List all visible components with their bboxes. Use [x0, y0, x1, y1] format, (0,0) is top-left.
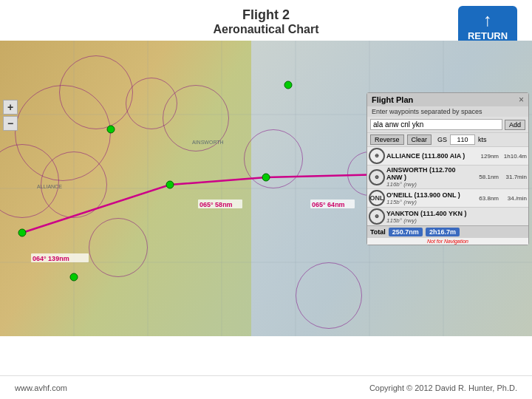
svg-point-9: [18, 229, 26, 236]
waypoint-input-row: Add: [367, 117, 528, 132]
flight-plan-title: Flight Plan: [372, 95, 413, 104]
svg-point-16: [70, 273, 78, 281]
footer: www.avhf.com Copyright © 2012 David R. H…: [0, 375, 532, 399]
copyright-text: Copyright © 2012 David R. Hunter, Ph.D.: [369, 383, 517, 392]
waypoint-row-ykn: ⊕ YANKTON (111.400 YKN ) 115b° (rwy): [367, 207, 528, 225]
svg-text:064° 139nm: 064° 139nm: [33, 255, 69, 262]
return-button[interactable]: ↑ RETURN: [458, 6, 517, 46]
flight-plan-subtitle: Enter waypoints separated by spaces: [367, 106, 528, 117]
gs-label: GS: [437, 136, 447, 143]
svg-text:ALLIANCE: ALLIANCE: [37, 184, 62, 189]
onl-time: 34./min: [499, 195, 527, 202]
onl-dist: 63.8nm: [471, 195, 499, 202]
svg-point-13: [107, 126, 115, 133]
aia-icon: ⊕: [369, 148, 385, 164]
close-button[interactable]: ×: [519, 95, 524, 104]
svg-point-11: [262, 174, 270, 181]
ykn-info: YANKTON (111.400 YKN ) 115b° (rwy): [386, 210, 471, 224]
kts-label: kts: [478, 136, 487, 143]
not-nav-notice: Not for Navigation: [367, 238, 528, 245]
total-distance: 250.7nm: [389, 228, 423, 236]
gs-input[interactable]: [450, 134, 475, 145]
flight-plan-header: Flight Plan ×: [367, 93, 528, 106]
svg-text:065° 58nm: 065° 58nm: [200, 201, 233, 208]
anw-freq: 116b° (rwy): [386, 181, 471, 188]
waypoint-input[interactable]: [370, 119, 502, 130]
onl-icon: ONL: [369, 190, 385, 206]
chart-name: Aeronautical Chart: [213, 23, 318, 36]
ykn-name: YANKTON (111.400 YKN ): [386, 210, 471, 217]
map-container: 064° 139nm 065° 58nm 065° 64nm AINSWORTH…: [0, 41, 532, 336]
anw-info: AINSWORTH (112.700 ANW ) 116b° (rwy): [386, 166, 471, 188]
add-button[interactable]: Add: [505, 120, 525, 130]
total-label: Total: [370, 228, 386, 236]
return-arrow-icon: ↑: [483, 11, 492, 29]
ykn-icon: ⊕: [369, 208, 385, 225]
return-label: RETURN: [468, 30, 508, 41]
aia-dist: 129nm: [471, 153, 499, 160]
onl-info: O'NEILL (113.900 ONL ) 115b° (rwy): [386, 191, 471, 205]
aia-time: 1h10.4m: [499, 153, 527, 160]
zoom-button-group: + −: [3, 100, 18, 131]
anw-time: 31.7min: [499, 174, 527, 180]
flight-number: Flight 2: [213, 7, 318, 23]
zoom-out-button[interactable]: −: [3, 116, 18, 131]
flight-plan-panel: Flight Plan × Enter waypoints separated …: [366, 92, 529, 245]
ykn-freq: 115b° (rwy): [386, 217, 471, 224]
header: Flight 2 Aeronautical Chart ↑ RETURN: [0, 0, 532, 41]
aia-info: ALLIANCE (111.800 AIA ): [386, 152, 471, 160]
waypoint-row-aia: ⊕ ALLIANCE (111.800 AIA ) 129nm 1h10.4m: [367, 146, 528, 165]
controls-row: Reverse Clear GS kts: [367, 132, 528, 146]
anw-icon: ⊕: [369, 169, 385, 185]
zoom-in-button[interactable]: +: [3, 100, 18, 115]
waypoint-row-onl: ONL O'NEILL (113.900 ONL ) 115b° (rwy) 6…: [367, 188, 528, 207]
title-block: Flight 2 Aeronautical Chart: [213, 7, 318, 36]
anw-dist: 58.1nm: [471, 174, 499, 180]
aia-name: ALLIANCE (111.800 AIA ): [386, 152, 471, 160]
waypoint-row-anw: ⊕ AINSWORTH (112.700 ANW ) 116b° (rwy) 5…: [367, 165, 528, 188]
total-time: 2h16.7m: [426, 228, 460, 236]
svg-text:AINSWORTH: AINSWORTH: [192, 140, 224, 145]
total-row: Total 250.7nm 2h16.7m: [367, 225, 528, 238]
clear-button[interactable]: Clear: [407, 134, 432, 145]
svg-text:065° 64nm: 065° 64nm: [312, 201, 345, 208]
onl-name: O'NEILL (113.900 ONL ): [386, 191, 471, 199]
anw-name: AINSWORTH (112.700 ANW ): [386, 166, 471, 181]
reverse-button[interactable]: Reverse: [370, 134, 404, 145]
svg-point-10: [166, 181, 174, 188]
website-link[interactable]: www.avhf.com: [15, 383, 67, 392]
svg-point-14: [284, 81, 292, 89]
onl-freq: 115b° (rwy): [386, 199, 471, 205]
